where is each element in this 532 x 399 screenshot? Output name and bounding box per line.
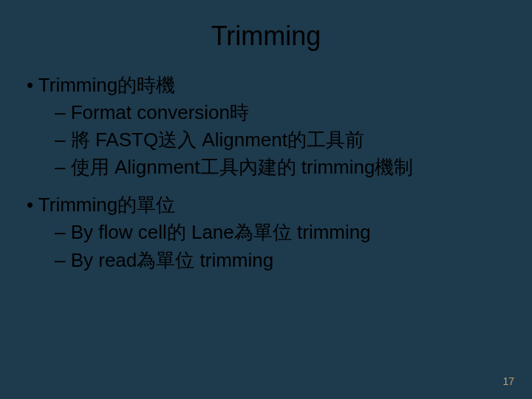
page-number: 17 bbox=[502, 375, 514, 387]
slide: Trimming Trimming的時機 Format conversion時 … bbox=[0, 0, 532, 399]
subbullet-builtin-trimming: 使用 Alignment工具內建的 trimming機制 bbox=[55, 154, 505, 180]
subbullet-by-read: By read為單位 trimming bbox=[55, 248, 505, 273]
bullet-trimming-unit: Trimming的單位 bbox=[27, 192, 505, 218]
subbullet-flowcell-lane: By flow cell的 Lane為單位 trimming bbox=[55, 219, 505, 245]
subbullet-format-conversion: Format conversion時 bbox=[55, 100, 505, 126]
spacer bbox=[27, 182, 505, 188]
subbullet-fastq-alignment: 將 FASTQ送入 Alignment的工具前 bbox=[55, 127, 505, 153]
slide-body: Trimming的時機 Format conversion時 將 FASTQ送入… bbox=[27, 72, 505, 273]
bullet-trimming-timing: Trimming的時機 bbox=[27, 72, 505, 98]
slide-title: Trimming bbox=[27, 21, 505, 52]
